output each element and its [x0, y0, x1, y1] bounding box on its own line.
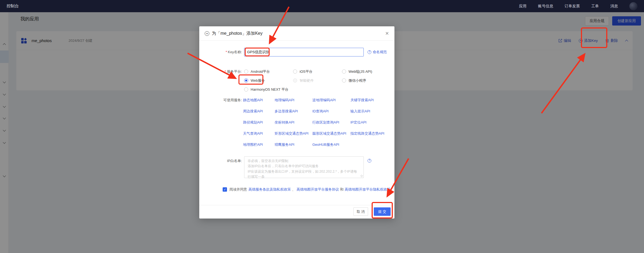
radio-wechat-mini[interactable]: 微信小程序	[342, 76, 399, 85]
ip-whitelist-placeholder: 非必填，留空表示无IP限制 添加IP白名单后，只有白名单中的IP可访问服务 IP…	[248, 159, 360, 180]
platform-privacy-policy-link[interactable]: 高德地图开放平台隐私权政策	[345, 187, 391, 192]
footer-divider	[199, 205, 394, 205]
service-link[interactable]: 天气查询API	[243, 131, 275, 142]
agreement-row: ✓ 阅读并同意 高德服务条款及隐私权政策 、 高德地图开放平台服务协议 和 高德…	[223, 187, 391, 192]
key-name-value: GPS信息识别	[247, 50, 270, 55]
platform-label: *服务平台:	[199, 67, 242, 76]
service-link[interactable]: 行政区划查询API	[312, 120, 350, 131]
app-console-screen: 控制台 应用 账号信息 订单发票 工单 消息 我的应用 应用合规 创建新应用 m…	[0, 0, 644, 253]
service-link[interactable]: ID查询API	[312, 109, 350, 120]
service-link[interactable]: 输入提示API	[350, 109, 398, 120]
agreement-prefix: 阅读并同意	[229, 187, 247, 192]
radio-icon-disabled	[293, 78, 297, 83]
radio-web-service[interactable]: Web服务	[244, 76, 293, 85]
key-name-input[interactable]: GPS信息识别	[244, 48, 364, 56]
service-link[interactable]: 静态地图API	[243, 98, 275, 109]
service-link[interactable]: 坐标转换API	[275, 120, 312, 131]
service-link[interactable]: IP定位API	[350, 120, 398, 131]
service-link[interactable]: 地理编码API	[275, 98, 312, 109]
brand-title: 控制台	[7, 4, 19, 9]
radio-icon	[244, 87, 248, 91]
platform-options: Android平台 iOS平台 Web端(JS API) Web服务 智能硬件 …	[244, 67, 399, 94]
service-link[interactable]: 指定线路交通态势API	[350, 131, 398, 142]
service-link[interactable]: GeoHUB服务API	[312, 142, 350, 153]
close-icon[interactable]: ✕	[385, 31, 389, 36]
radio-icon	[244, 69, 248, 74]
nav-item-messages[interactable]: 消息	[610, 4, 618, 9]
service-link[interactable]: 路径规划API	[243, 120, 275, 131]
radio-icon	[342, 78, 346, 83]
service-link[interactable]: 地理围栏API	[243, 142, 275, 153]
nav-item-invoices[interactable]: 订单发票	[565, 4, 580, 9]
help-circle-icon: ?	[368, 50, 371, 54]
radio-icon	[293, 69, 297, 74]
service-link[interactable]: 猎鹰服务API	[275, 142, 312, 153]
help-circle-icon[interactable]: ?	[368, 159, 371, 163]
add-key-modal: + 为「me_photos」添加Key ✕ *Key名称: GPS信息识别 ? …	[199, 26, 394, 219]
service-link[interactable]: 关键字搜索API	[350, 98, 398, 109]
nav-item-account[interactable]: 账号信息	[538, 4, 553, 9]
key-name-label: *Key名称:	[199, 48, 242, 56]
platform-service-agreement-link[interactable]: 高德地图开放平台服务协议	[297, 187, 339, 192]
checkbox-checked-icon[interactable]: ✓	[223, 187, 227, 192]
service-link[interactable]: 多边形搜索API	[275, 109, 312, 120]
radio-icon-checked	[244, 78, 248, 83]
navbar-menu: 应用 账号信息 订单发票 工单 消息	[519, 2, 637, 10]
naming-rules-link[interactable]: ? 命名规范	[368, 48, 387, 56]
ip-whitelist-textarea[interactable]: 非必填，留空表示无IP限制 添加IP白名单后，只有白名单中的IP可访问服务 IP…	[244, 156, 364, 178]
top-navbar: 控制台 应用 账号信息 订单发票 工单 消息	[0, 0, 644, 12]
available-services: 静态地图API 地理编码API 逆地理编码API 关键字搜索API 周边搜索AP…	[243, 98, 398, 153]
user-avatar[interactable]	[629, 2, 637, 10]
terms-privacy-link[interactable]: 高德服务条款及隐私权政策	[248, 187, 291, 192]
service-link[interactable]: 周边搜索API	[243, 109, 275, 120]
resize-handle[interactable]	[360, 175, 363, 177]
service-link[interactable]: 逆地理编码API	[312, 98, 350, 109]
ip-whitelist-label: IP白名单:	[199, 158, 242, 164]
cancel-button[interactable]: 取 消	[353, 207, 368, 216]
radio-harmonyos[interactable]: HarmonyOS NEXT 平台	[244, 85, 293, 94]
radio-android[interactable]: Android平台	[244, 67, 293, 76]
submit-button[interactable]: 提 交	[374, 207, 391, 216]
radio-ios[interactable]: iOS平台	[293, 67, 342, 76]
radio-icon	[342, 69, 346, 74]
services-label: 可使用服务:	[199, 97, 242, 103]
radio-web-jsapi[interactable]: Web端(JS API)	[342, 67, 399, 76]
nav-item-tickets[interactable]: 工单	[591, 4, 599, 9]
modal-header: + 为「me_photos」添加Key ✕	[199, 26, 394, 41]
plus-circle-icon: +	[205, 31, 209, 36]
modal-title: 为「me_photos」添加Key	[212, 31, 263, 36]
service-link[interactable]: 圆形区域交通态势API	[312, 131, 350, 142]
service-link[interactable]: 矩形区域交通态势API	[275, 131, 312, 142]
radio-smart-hardware: 智能硬件	[293, 76, 342, 85]
nav-item-apps[interactable]: 应用	[519, 4, 527, 9]
